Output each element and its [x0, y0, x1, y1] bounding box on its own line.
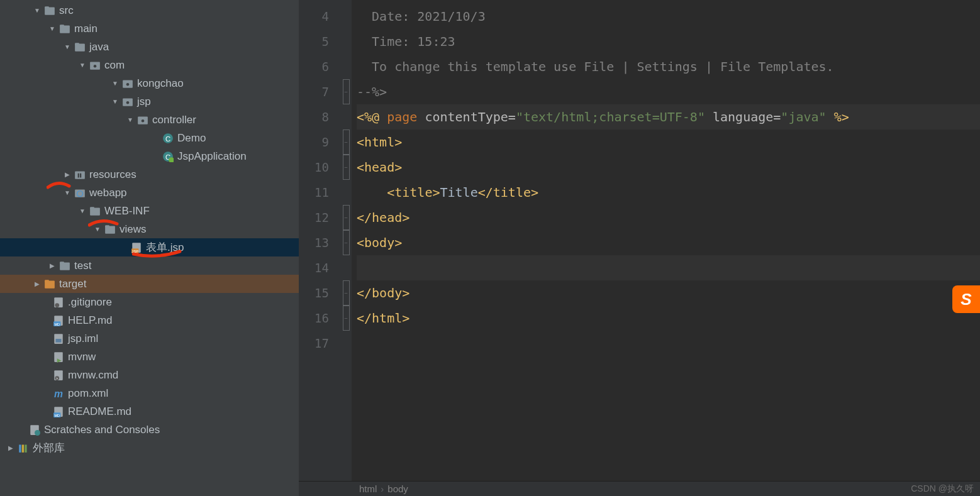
- line-number[interactable]: 6: [299, 54, 329, 79]
- fold-cell[interactable]: −: [340, 230, 352, 255]
- fold-column[interactable]: −−−−−−−: [340, 0, 352, 496]
- code-line[interactable]: </head>: [357, 205, 980, 230]
- line-number[interactable]: 14: [299, 255, 329, 280]
- fold-toggle-icon[interactable]: −: [343, 155, 350, 180]
- expand-arrow-icon[interactable]: [48, 262, 57, 269]
- tree-item[interactable]: target: [0, 275, 299, 293]
- code-line[interactable]: [357, 331, 980, 356]
- tree-item[interactable]: controller: [0, 111, 299, 129]
- line-number-gutter[interactable]: 4567891011121314151617: [299, 0, 340, 496]
- tree-item-label: pom.xml: [68, 387, 108, 400]
- line-number[interactable]: 16: [299, 306, 329, 331]
- fold-cell[interactable]: −: [340, 306, 352, 331]
- fold-cell[interactable]: −: [340, 130, 352, 155]
- code-area[interactable]: 4567891011121314151617 −−−−−−− Date: 202…: [299, 0, 980, 496]
- expand-arrow-icon[interactable]: [63, 43, 72, 50]
- fold-toggle-icon[interactable]: −: [343, 230, 350, 255]
- line-number[interactable]: 13: [299, 230, 329, 255]
- svg-point-7: [94, 64, 97, 67]
- expand-arrow-icon[interactable]: [78, 207, 87, 214]
- targetfolder-icon: [44, 278, 55, 290]
- expand-arrow-icon[interactable]: [111, 80, 120, 87]
- expand-arrow-icon[interactable]: [63, 189, 72, 196]
- code-line[interactable]: </html>: [357, 306, 980, 331]
- tree-item[interactable]: >mvnw.cmd: [0, 366, 299, 384]
- tree-item[interactable]: CJspApplication: [0, 147, 299, 165]
- code-line[interactable]: <body>: [357, 230, 980, 255]
- fold-cell[interactable]: −: [340, 155, 352, 180]
- breadcrumb-bar[interactable]: html › body: [299, 481, 980, 496]
- svg-text:MD: MD: [54, 413, 60, 417]
- expand-arrow-icon[interactable]: [48, 25, 57, 32]
- line-number[interactable]: 11: [299, 180, 329, 205]
- tree-item[interactable]: src: [0, 1, 299, 19]
- springclass-icon: C: [162, 151, 174, 162]
- expand-arrow-icon[interactable]: [78, 62, 87, 69]
- tree-item[interactable]: views: [0, 220, 299, 238]
- fold-toggle-icon[interactable]: −: [343, 306, 350, 331]
- line-number[interactable]: 9: [299, 130, 329, 155]
- expand-arrow-icon[interactable]: [63, 171, 72, 178]
- code-line[interactable]: --%>: [357, 79, 980, 104]
- tree-item[interactable]: java: [0, 38, 299, 56]
- expand-arrow-icon[interactable]: [33, 7, 42, 14]
- tree-item[interactable]: webapp: [0, 184, 299, 202]
- line-number[interactable]: 17: [299, 331, 329, 356]
- code-line[interactable]: Date: 2021/10/3: [357, 4, 980, 29]
- fold-toggle-icon[interactable]: −: [343, 79, 350, 104]
- tree-item[interactable]: MDHELP.md: [0, 311, 299, 329]
- tree-item[interactable]: mpom.xml: [0, 384, 299, 402]
- fold-toggle-icon[interactable]: −: [343, 130, 350, 155]
- tree-item[interactable]: Scratches and Consoles: [0, 421, 299, 439]
- code-line[interactable]: <title>Title</title>: [357, 180, 980, 205]
- expand-arrow-icon[interactable]: [33, 280, 42, 287]
- code-line[interactable]: <html>: [357, 130, 980, 155]
- code-line[interactable]: <%@ page contentType="text/html;charset=…: [357, 104, 980, 130]
- tree-item[interactable]: WEB-INF: [0, 202, 299, 220]
- line-number[interactable]: 8: [299, 104, 329, 130]
- tree-item[interactable]: test: [0, 256, 299, 275]
- expand-arrow-icon[interactable]: [126, 116, 135, 123]
- tree-item[interactable]: kongchao: [0, 74, 299, 92]
- line-number[interactable]: 7: [299, 79, 329, 104]
- tree-item[interactable]: MDREADME.md: [0, 402, 299, 421]
- line-number[interactable]: 15: [299, 280, 329, 306]
- tree-item[interactable]: .gitignore: [0, 293, 299, 311]
- svg-rect-41: [56, 339, 62, 343]
- code-line[interactable]: To change this template use File | Setti…: [357, 54, 980, 79]
- package-icon: [137, 114, 148, 126]
- tree-item-label: src: [59, 4, 74, 17]
- tree-item[interactable]: 外部库: [0, 439, 299, 457]
- breadcrumb-item[interactable]: body: [387, 483, 408, 494]
- expand-arrow-icon[interactable]: [6, 444, 15, 451]
- fold-toggle-icon[interactable]: −: [343, 280, 350, 306]
- tree-item[interactable]: CDemo: [0, 129, 299, 147]
- tree-item[interactable]: main: [0, 19, 299, 38]
- line-number[interactable]: 10: [299, 155, 329, 180]
- line-number[interactable]: 5: [299, 29, 329, 54]
- line-number[interactable]: 4: [299, 4, 329, 29]
- fold-cell[interactable]: −: [340, 79, 352, 104]
- line-number[interactable]: 12: [299, 205, 329, 230]
- project-tree[interactable]: srcmainjavacomkongchaojspcontrollerCDemo…: [0, 0, 299, 496]
- tree-item[interactable]: mvnw: [0, 348, 299, 366]
- code-content[interactable]: Date: 2021/10/3 Time: 15:23 To change th…: [352, 0, 980, 496]
- expand-arrow-icon[interactable]: [93, 226, 102, 233]
- fold-cell: [340, 29, 352, 54]
- expand-arrow-icon[interactable]: [111, 98, 120, 105]
- code-line[interactable]: Time: 15:23: [357, 29, 980, 54]
- tree-item[interactable]: resources: [0, 165, 299, 184]
- code-line[interactable]: [357, 255, 980, 280]
- tree-item-label: WEB-INF: [104, 205, 150, 218]
- breadcrumb-item[interactable]: html: [359, 483, 377, 494]
- tree-item-label: resources: [89, 168, 136, 181]
- fold-cell[interactable]: −: [340, 205, 352, 230]
- fold-toggle-icon[interactable]: −: [343, 205, 350, 230]
- fold-cell[interactable]: −: [340, 280, 352, 306]
- tree-item[interactable]: JSP表单.jsp: [0, 238, 299, 256]
- tree-item[interactable]: jsp: [0, 92, 299, 111]
- code-line[interactable]: <head>: [357, 155, 980, 180]
- tree-item[interactable]: jsp.iml: [0, 329, 299, 348]
- tree-item[interactable]: com: [0, 56, 299, 74]
- code-line[interactable]: </body>: [357, 280, 980, 306]
